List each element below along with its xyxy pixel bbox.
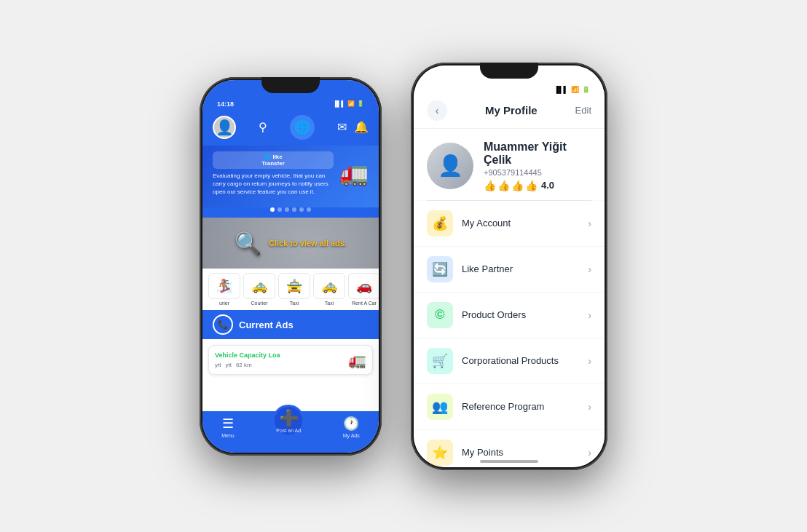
globe-icon[interactable]: 🌐 [290,115,315,140]
banner-dots [202,207,379,218]
my-account-icon-wrap: 💰 [427,210,453,237]
right-notch [480,63,538,79]
search-text: Click to view all ads. [269,239,347,247]
taxi-icon-3: 🚕 [313,273,345,299]
my-points-label: My Points [462,447,588,458]
reference-program-label: Reference Program [462,401,588,412]
dot-5 [299,207,304,212]
phone-button[interactable]: 📞 [213,314,233,335]
thumb-2: 👍 [497,180,510,191]
rating-score: 4.0 [541,180,554,191]
banner-logo: 🌐 like Transfer [213,151,334,169]
ad-card[interactable]: 🚛 Vehicle Capacity Loa ytt ytt 62 km [208,345,373,375]
profile-title: My Profile [485,104,538,116]
menu-item-product-orders[interactable]: © Product Orders › [414,293,605,338]
right-wifi: 📶 [571,86,579,93]
banner: 🌐 like Transfer Evaluating your empty ve… [202,146,379,208]
right-battery: 🔋 [582,86,590,93]
edit-button[interactable]: Edit [575,105,591,116]
right-screen: ▐▌▌ 📶 🔋 ‹ My Profile Edit 👤 Muammer Yiği… [414,65,605,467]
signal-icon: ▐▌▌ [333,100,345,107]
ad-distance: 62 km [236,362,252,368]
ad-from: ytt [215,362,221,368]
menu-icon: ☰ [222,416,234,432]
menu-item-like-partner[interactable]: 🔄 Like Partner › [414,247,605,293]
categories: 🏂 urier 🚕 Courier 🚖 Taxi 🚕 Taxi 🚗 Rent A… [202,269,379,310]
nav-my-ads[interactable]: 🕐 My Ads [343,416,360,438]
product-orders-icon: © [435,307,444,322]
taxi-icon-2: 🚖 [278,273,310,299]
menu-item-reference-program[interactable]: 👥 Reference Program › [414,384,605,430]
left-phone: 14:18 ▐▌▌ 📶 🔋 👤 ⚲ 🌐 ✉ 🔔 🌐 l [200,77,382,456]
time: 14:18 [217,100,234,108]
reference-icon: 👥 [432,399,448,415]
ad-title: Vehicle Capacity Loa [215,352,366,359]
current-ads-header: 📞 Current Ads [202,310,379,339]
profile-section: 👤 Muammer Yiğit Çelik +905379114445 👍 👍 … [414,129,605,200]
my-points-icon: ⭐ [432,445,448,461]
home-indicator [480,460,538,463]
chevron-icon-2: › [588,263,591,275]
corp-products-icon-wrap: 🛒 [427,348,453,374]
category-taxi3[interactable]: 🚕 Taxi [313,273,345,306]
bottom-nav: ☰ Menu ➕ Post an Ad 🕐 My Ads [202,411,379,453]
thumb-1: 👍 [484,180,496,191]
my-ads-icon: 🕐 [343,416,359,432]
nav-post-ad[interactable]: ➕ Post an Ad [272,405,304,437]
bell-icon[interactable]: 🔔 [354,120,369,134]
nav-menu[interactable]: ☰ Menu [221,416,235,438]
truck-icon: 🚛 [348,352,366,369]
right-status-icons: ▐▌▌ 📶 🔋 [554,86,590,93]
left-header: 👤 ⚲ 🌐 ✉ 🔔 [202,111,379,146]
ad-details: ytt ytt 62 km [215,362,348,368]
product-orders-icon-wrap: © [427,302,453,328]
category-taxi1[interactable]: 🚕 Courier [243,273,275,306]
like-partner-label: Like Partner [462,263,588,274]
ad-to: ytt [225,362,231,368]
search-icon: 🔍 [235,231,261,256]
wifi-icon: 📶 [347,100,355,107]
rentacar-icon: 🚗 [348,273,379,299]
filter-icon[interactable]: ⚲ [259,120,267,134]
corp-products-label: Corporational Products [462,355,588,366]
chevron-icon-5: › [588,401,591,413]
chevron-icon-3: › [588,309,591,321]
thumb-4: 👍 [525,180,538,191]
dot-4 [292,207,296,212]
product-orders-label: Product Orders [462,309,588,320]
category-courier[interactable]: 🏂 urier [208,273,240,306]
dot-1 [270,207,275,212]
profile-rating: 👍 👍 👍 👍 4.0 [484,180,591,191]
right-signal: ▐▌▌ [554,86,568,93]
profile-phone: +905379114445 [484,168,591,177]
menu-item-corporational-products[interactable]: 🛒 Corporational Products › [414,338,605,384]
avatar[interactable]: 👤 [213,116,236,139]
my-account-icon: 💰 [432,215,448,231]
my-account-label: My Account [462,218,588,229]
thumb-3: 👍 [511,180,524,191]
chevron-icon-4: › [588,355,591,367]
chevron-icon-6: › [588,447,591,458]
dot-6 [307,207,311,212]
back-button[interactable]: ‹ [427,100,447,121]
menu-item-my-account[interactable]: 💰 My Account › [414,201,605,247]
mail-icon[interactable]: ✉ [337,120,347,134]
my-points-icon-wrap: ⭐ [427,440,453,466]
battery-icon: 🔋 [357,100,364,107]
search-section[interactable]: 🔍 Click to view all ads. [202,218,379,269]
like-partner-icon-wrap: 🔄 [427,256,453,282]
reference-icon-wrap: 👥 [427,394,453,420]
profile-avatar: 👤 [427,143,473,189]
header-right: ✉ 🔔 [337,120,369,134]
notch [261,77,320,93]
category-taxi2[interactable]: 🚖 Taxi [278,273,310,306]
like-partner-icon: 🔄 [432,261,448,277]
banner-text: Evaluating your empty vehicle, that you … [213,172,334,196]
menu-list: 💰 My Account › 🔄 Like Partner › © Produc… [414,201,605,467]
profile-name: Muammer Yiğit Çelik [484,140,591,167]
post-ad-icon: ➕ [279,409,299,428]
corp-products-icon: 🛒 [432,353,448,369]
right-phone: ▐▌▌ 📶 🔋 ‹ My Profile Edit 👤 Muammer Yiği… [411,63,607,470]
category-rentacar[interactable]: 🚗 Rent A Car [348,273,379,306]
current-ads-title: Current Ads [239,319,294,330]
